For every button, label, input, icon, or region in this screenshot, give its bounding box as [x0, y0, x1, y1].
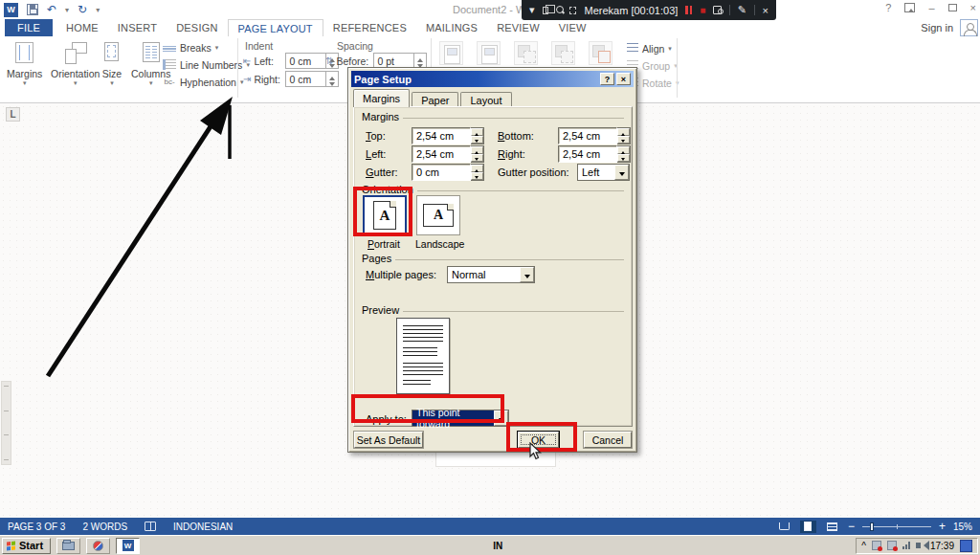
- tab-references[interactable]: REFERENCES: [323, 19, 416, 36]
- spin-down-icon[interactable]: [471, 154, 483, 162]
- tray-expand-icon[interactable]: ^: [861, 541, 866, 551]
- volume-icon[interactable]: [916, 543, 921, 548]
- spin-down-icon[interactable]: [471, 172, 483, 180]
- word-count[interactable]: 2 WORDS: [82, 522, 127, 532]
- bring-forward-icon[interactable]: [514, 41, 538, 65]
- tab-stop-selector[interactable]: L: [6, 107, 20, 122]
- redo-button[interactable]: ↻: [78, 4, 87, 15]
- pause-recording-icon[interactable]: [685, 6, 692, 14]
- tab-insert[interactable]: INSERT: [108, 19, 167, 36]
- undo-dropdown-icon[interactable]: ▾: [65, 6, 69, 14]
- dialog-help-icon[interactable]: ?: [600, 73, 614, 85]
- gutter-input[interactable]: 0 cm: [412, 164, 484, 181]
- tray-network-error-icon[interactable]: [887, 541, 897, 550]
- align-button[interactable]: Align ▾: [627, 41, 679, 56]
- orientation-landscape-option[interactable]: A: [416, 195, 460, 235]
- cancel-button[interactable]: Cancel: [584, 432, 632, 448]
- recorder-region-icon[interactable]: [569, 7, 576, 14]
- left-margin-input[interactable]: 2,54 cm: [412, 145, 484, 163]
- read-mode-icon[interactable]: [776, 521, 792, 533]
- zoom-out-button[interactable]: −: [848, 522, 855, 531]
- dropdown-arrow-icon[interactable]: [614, 165, 629, 180]
- dialog-tab-layout[interactable]: Layout: [460, 92, 511, 107]
- sign-in-link[interactable]: Sign in: [921, 22, 953, 33]
- spin-up-icon[interactable]: [414, 54, 426, 61]
- spin-up-icon[interactable]: [471, 128, 483, 136]
- multiple-pages-dropdown[interactable]: Normal: [447, 266, 535, 283]
- dialog-tab-margins[interactable]: Margins: [353, 89, 410, 107]
- zoom-slider[interactable]: [862, 526, 931, 527]
- right-margin-input[interactable]: 2,54 cm: [558, 145, 631, 163]
- orientation-portrait-option[interactable]: A: [363, 195, 407, 235]
- dialog-title-bar[interactable]: Page Setup ? ×: [351, 71, 634, 87]
- quick-launch-folder-button[interactable]: [56, 538, 80, 554]
- recorder-menu-icon[interactable]: ▾: [529, 4, 535, 16]
- save-icon[interactable]: [27, 4, 38, 15]
- dropdown-arrow-icon[interactable]: [494, 411, 508, 426]
- start-button[interactable]: Start: [2, 538, 51, 554]
- spin-up-icon[interactable]: [617, 146, 630, 154]
- spin-up-icon[interactable]: [471, 165, 483, 172]
- spin-down-icon[interactable]: [326, 79, 338, 87]
- tray-alert-icon[interactable]: [872, 541, 881, 550]
- recorder-magnifier-icon[interactable]: [556, 6, 562, 14]
- recorder-close-icon[interactable]: ×: [763, 5, 768, 16]
- spin-up-icon[interactable]: [471, 146, 483, 154]
- ok-button[interactable]: OK: [518, 432, 559, 448]
- language-indicator[interactable]: INDONESIAN: [173, 522, 233, 532]
- taskbar-word-button[interactable]: W: [116, 538, 140, 554]
- tab-file[interactable]: FILE: [5, 19, 53, 36]
- top-margin-input[interactable]: 2,54 cm: [412, 127, 484, 144]
- annotate-pencil-icon[interactable]: ✎: [738, 4, 746, 16]
- dropdown-arrow-icon[interactable]: [520, 267, 534, 282]
- orientation-button[interactable]: Orientation ▾: [48, 39, 102, 86]
- undo-button[interactable]: ↶: [47, 4, 56, 15]
- stop-recording-icon[interactable]: ■: [700, 6, 705, 15]
- gutter-position-dropdown[interactable]: Left: [577, 164, 630, 181]
- send-backward-icon[interactable]: [551, 41, 575, 65]
- zoom-in-button[interactable]: +: [939, 522, 946, 531]
- page-indicator[interactable]: PAGE 3 OF 3: [8, 522, 65, 532]
- zoom-slider-thumb[interactable]: [870, 522, 874, 531]
- spin-down-icon[interactable]: [471, 136, 483, 144]
- zoom-level[interactable]: 15%: [953, 522, 972, 532]
- spin-down-icon[interactable]: [617, 136, 630, 144]
- tab-review[interactable]: REVIEW: [487, 19, 549, 36]
- clock[interactable]: 17:39: [930, 541, 954, 551]
- web-layout-icon[interactable]: [824, 521, 840, 533]
- proofing-icon[interactable]: [145, 522, 156, 531]
- recorder-windows-icon[interactable]: [543, 7, 549, 14]
- spin-up-icon[interactable]: [617, 128, 630, 136]
- quick-launch-browser-button[interactable]: [86, 538, 110, 554]
- signal-bars-icon[interactable]: [902, 542, 910, 549]
- screenshot-camera-icon[interactable]: [713, 6, 722, 14]
- dialog-tab-paper[interactable]: Paper: [412, 92, 458, 107]
- minimize-icon[interactable]: –: [928, 2, 934, 13]
- spin-down-icon[interactable]: [617, 154, 630, 162]
- wrap-text-icon[interactable]: [477, 41, 501, 65]
- position-icon[interactable]: [439, 41, 463, 65]
- tab-mailings[interactable]: MAILINGS: [416, 19, 487, 36]
- qat-customize-icon[interactable]: ▾: [96, 6, 100, 14]
- help-icon[interactable]: ?: [885, 2, 891, 13]
- selection-pane-icon[interactable]: [589, 41, 612, 65]
- tab-view[interactable]: VIEW: [549, 19, 596, 36]
- apply-to-dropdown[interactable]: This point forward: [412, 410, 509, 427]
- print-layout-icon[interactable]: [800, 521, 816, 533]
- margins-button[interactable]: Margins ▾: [4, 39, 45, 86]
- user-avatar-icon[interactable]: [960, 19, 978, 36]
- tab-page-layout[interactable]: PAGE LAYOUT: [228, 19, 323, 36]
- ribbon-display-options-icon[interactable]: [904, 3, 915, 12]
- show-desktop-icon[interactable]: [960, 540, 972, 552]
- indent-right-input[interactable]: 0 cm: [285, 71, 339, 87]
- restore-icon[interactable]: [948, 4, 957, 11]
- spin-up-icon[interactable]: [326, 72, 338, 79]
- size-button[interactable]: Size ▾: [98, 39, 126, 86]
- bottom-margin-input[interactable]: 2,54 cm: [558, 127, 631, 144]
- tab-home[interactable]: HOME: [56, 19, 108, 36]
- tab-design[interactable]: DESIGN: [167, 19, 227, 36]
- dialog-close-icon[interactable]: ×: [616, 73, 631, 85]
- close-icon[interactable]: ×: [970, 2, 976, 13]
- set-as-default-button[interactable]: Set As Default: [354, 432, 423, 448]
- language-bar[interactable]: IN: [485, 541, 510, 551]
